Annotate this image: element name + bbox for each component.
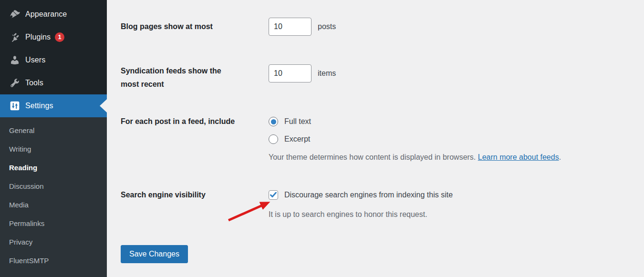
feed-description-period: . bbox=[559, 153, 561, 161]
sidebar-item-settings[interactable]: Settings bbox=[0, 94, 107, 117]
sidebar-item-label: Users bbox=[25, 56, 45, 64]
submenu-item-media[interactable]: Media bbox=[0, 195, 107, 214]
form-row-blog-pages: Blog pages show at most posts bbox=[121, 18, 336, 36]
discourage-indexing-checkbox[interactable] bbox=[269, 190, 278, 200]
submenu-item-general[interactable]: General bbox=[0, 121, 107, 140]
blog-pages-suffix: posts bbox=[318, 18, 336, 36]
feed-include-label: For each post in a feed, include bbox=[121, 115, 254, 128]
submenu-item-reading[interactable]: Reading bbox=[0, 158, 107, 177]
full-text-radio[interactable] bbox=[269, 117, 278, 126]
submenu-item-fluentsmtp[interactable]: FluentSMTP bbox=[0, 251, 107, 270]
syndication-label: Syndication feeds show the most recent bbox=[121, 64, 238, 91]
syndication-suffix: items bbox=[318, 64, 336, 82]
excerpt-label: Excerpt bbox=[284, 135, 310, 144]
save-changes-button[interactable]: Save Changes bbox=[121, 245, 188, 263]
learn-more-feeds-link[interactable]: Learn more about feeds bbox=[478, 153, 559, 161]
admin-menu: Appearance Plugins 1 Users Tools bbox=[0, 0, 107, 117]
submenu-item-writing[interactable]: Writing bbox=[0, 140, 107, 158]
submenu-item-privacy[interactable]: Privacy bbox=[0, 233, 107, 251]
sidebar-item-label: Plugins bbox=[25, 33, 51, 41]
sidebar-item-plugins[interactable]: Plugins 1 bbox=[0, 26, 107, 49]
excerpt-radio[interactable] bbox=[269, 134, 278, 144]
sidebar-item-label: Tools bbox=[25, 79, 43, 87]
form-row-feed-include: For each post in a feed, include Full te… bbox=[121, 115, 561, 162]
plug-icon bbox=[9, 32, 20, 43]
search-visibility-label: Search engine visibility bbox=[121, 189, 254, 201]
search-visibility-description: It is up to search engines to honor this… bbox=[269, 210, 453, 219]
update-count-badge: 1 bbox=[55, 32, 64, 42]
blog-pages-label: Blog pages show at most bbox=[121, 18, 254, 36]
feed-description: Your theme determines how content is dis… bbox=[269, 153, 561, 162]
sidebar-item-tools[interactable]: Tools bbox=[0, 72, 107, 94]
submenu-item-discussion[interactable]: Discussion bbox=[0, 177, 107, 195]
sidebar-item-label: Appearance bbox=[25, 10, 67, 19]
user-icon bbox=[9, 55, 20, 66]
paintbrush-icon bbox=[9, 9, 20, 20]
checkbox-row: Discourage search engines from indexing … bbox=[269, 189, 453, 201]
blog-pages-input[interactable] bbox=[269, 18, 312, 36]
form-row-search-visibility: Search engine visibility Discourage sear… bbox=[121, 189, 453, 219]
syndication-input[interactable] bbox=[269, 64, 312, 82]
discourage-indexing-label: Discourage search engines from indexing … bbox=[284, 191, 453, 199]
wrench-icon bbox=[9, 78, 20, 89]
sidebar-item-appearance[interactable]: Appearance bbox=[0, 3, 107, 26]
feed-description-text: Your theme determines how content is dis… bbox=[269, 153, 476, 161]
full-text-label: Full text bbox=[284, 117, 311, 126]
sidebar-item-label: Settings bbox=[25, 102, 53, 110]
radio-row-full-text: Full text bbox=[269, 115, 561, 128]
sidebar-item-users[interactable]: Users bbox=[0, 49, 107, 72]
radio-row-excerpt: Excerpt bbox=[269, 133, 561, 146]
submenu-item-permalinks[interactable]: Permalinks bbox=[0, 214, 107, 233]
sliders-icon bbox=[9, 101, 20, 112]
form-row-syndication: Syndication feeds show the most recent i… bbox=[121, 64, 336, 91]
settings-submenu: General Writing Reading Discussion Media… bbox=[0, 117, 107, 270]
reading-settings-content: Blog pages show at most posts Syndicatio… bbox=[107, 0, 644, 277]
admin-sidebar: Appearance Plugins 1 Users Tools bbox=[0, 0, 107, 277]
check-icon bbox=[270, 192, 277, 198]
wordpress-admin-screen: Appearance Plugins 1 Users Tools bbox=[0, 0, 644, 277]
